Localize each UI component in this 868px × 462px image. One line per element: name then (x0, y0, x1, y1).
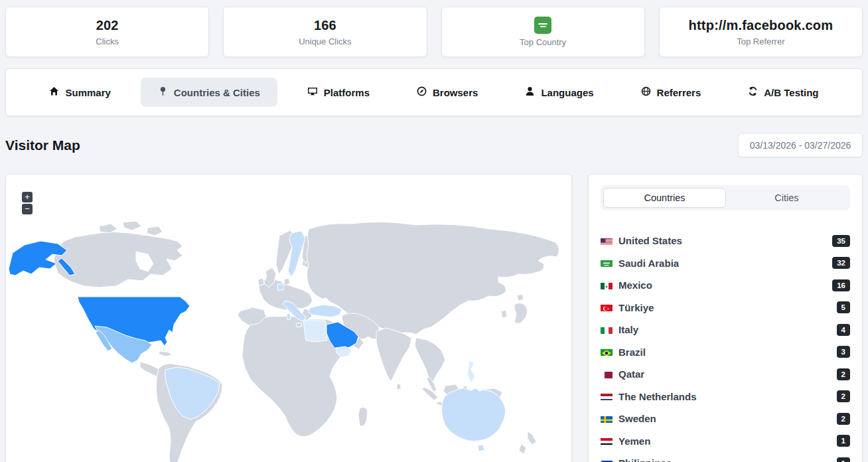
map-country-italy-sicily (296, 323, 302, 327)
map-country-australia[interactable] (442, 388, 506, 441)
map-region-india (376, 328, 411, 382)
count-badge: 16 (832, 279, 850, 291)
clicks-card: 202 Clicks (5, 7, 209, 57)
tab-languages[interactable]: Languages (508, 78, 611, 107)
flag-us-icon (601, 237, 613, 245)
countries-toggle-button[interactable]: Countries (603, 188, 726, 208)
top-country-card: Top Country (441, 7, 645, 57)
country-row-netherlands: The Netherlands 2 (601, 386, 850, 408)
map-zoom-out-button[interactable]: − (22, 204, 33, 214)
cities-toggle-button[interactable]: Cities (726, 188, 847, 208)
count-badge: 32 (832, 257, 850, 269)
stats-row: 202 Clicks 166 Unique Clicks Top Country… (0, 0, 868, 57)
country-row-saudi-arabia: Saudi Arabia 32 (601, 252, 850, 275)
page-title: Visitor Map (5, 137, 80, 153)
tab-summary[interactable]: Summary (32, 78, 127, 107)
flag-qa-icon (601, 370, 613, 378)
top-referrer-value: http://m.facebook.com (689, 18, 833, 33)
top-referrer-label: Top Referrer (737, 37, 784, 46)
unique-clicks-card: 166 Unique Clicks (223, 7, 427, 57)
map-country-netherlands[interactable] (277, 283, 284, 291)
top-country-label: Top Country (520, 37, 566, 47)
person-icon (525, 86, 535, 98)
browser-icon (417, 86, 427, 98)
tab-browsers[interactable]: Browsers (399, 78, 495, 107)
count-badge: 3 (837, 346, 850, 358)
country-row-mexico: Mexico 16 (601, 274, 850, 297)
flag-br-icon (601, 348, 613, 356)
unique-clicks-value: 166 (314, 18, 336, 33)
country-row-philippines: Philippines 1 (601, 452, 850, 462)
country-row-turkiye: Türkiye 5 (601, 297, 850, 319)
map-country-egypt[interactable] (303, 321, 327, 342)
countries-panel: Countries Cities United States 35 Saudi … (588, 174, 863, 462)
flag-tr-icon (601, 303, 613, 311)
country-row-italy: Italy 4 (601, 319, 850, 341)
count-badge: 5 (837, 301, 850, 313)
home-icon (49, 86, 59, 98)
country-list: United States 35 Saudi Arabia 32 Mexico … (601, 230, 850, 462)
count-badge: 35 (832, 235, 850, 247)
count-badge: 1 (837, 435, 850, 447)
flag-sa-icon (601, 259, 613, 267)
countries-cities-toggle: Countries Cities (601, 185, 850, 210)
count-badge: 4 (837, 324, 850, 336)
map-country-australia-tasmania (478, 445, 484, 451)
map-region-canada (54, 232, 182, 287)
tab-referrers[interactable]: Referrers (624, 78, 719, 107)
country-row-brazil: Brazil 3 (601, 341, 850, 364)
saudi-arabia-flag-icon (534, 17, 551, 34)
count-badge: 2 (837, 413, 850, 425)
flag-nl-icon (601, 392, 613, 400)
top-referrer-card: http://m.facebook.com Top Referrer (659, 7, 863, 57)
globe-icon (641, 86, 651, 98)
unique-clicks-label: Unique Clicks (299, 37, 351, 46)
country-row-sweden: Sweden 2 (601, 408, 850, 430)
map-pin-icon (158, 86, 168, 98)
monitor-icon (307, 86, 318, 98)
country-row-united-states: United States 35 (601, 230, 850, 252)
map-zoom-in-button[interactable]: + (22, 192, 33, 202)
analytics-tabbar: Summary Countries & Cities Platforms Bro… (5, 68, 863, 116)
country-row-qatar: Qatar 2 (601, 363, 850, 386)
flag-it-icon (601, 326, 613, 334)
tab-countries-cities[interactable]: Countries & Cities (141, 78, 277, 107)
tab-ab-testing[interactable]: A/B Testing (731, 78, 835, 107)
flag-ph-icon (601, 459, 613, 462)
map-country-turkiye[interactable] (308, 305, 342, 317)
count-badge: 2 (837, 368, 850, 380)
country-row-yemen: Yemen 1 (601, 430, 850, 453)
count-badge: 2 (837, 390, 850, 402)
world-map[interactable] (6, 175, 572, 462)
sync-icon (748, 86, 758, 98)
flag-mx-icon (601, 281, 613, 289)
clicks-label: Clicks (96, 37, 119, 46)
flag-ye-icon (601, 437, 613, 445)
visitor-map-card: + − (5, 174, 572, 462)
count-badge: 1 (837, 457, 850, 462)
map-country-philippines[interactable] (467, 360, 475, 382)
flag-se-icon (601, 415, 613, 423)
tab-platforms[interactable]: Platforms (290, 78, 387, 107)
date-range-picker[interactable]: 03/13/2026 - 03/27/2026 (738, 133, 863, 157)
clicks-value: 202 (96, 18, 119, 33)
map-country-italy-sardinia (287, 313, 291, 320)
